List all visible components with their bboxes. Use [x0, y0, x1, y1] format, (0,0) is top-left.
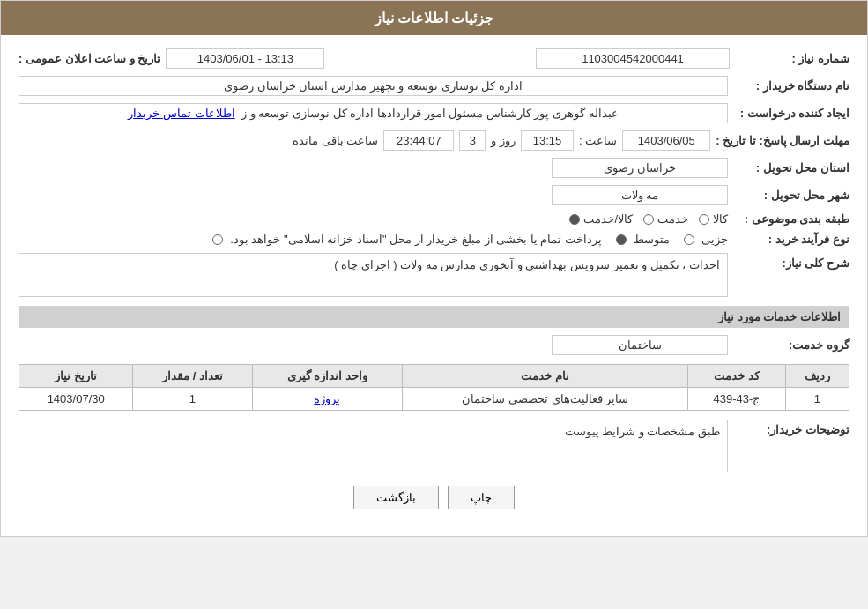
content-area: شماره نیاز : 1103004542000441 1403/06/01…: [1, 35, 867, 536]
col-name: نام خدمت: [403, 365, 688, 388]
announce-group: 1403/06/01 - 13:13 تاریخ و ساعت اعلان عم…: [19, 48, 324, 69]
col-index: ردیف: [785, 365, 849, 388]
category-option-khedmat: خدمت: [643, 212, 688, 226]
table-header-row: ردیف کد خدمت نام خدمت واحد اندازه گیری ت…: [19, 365, 849, 388]
notes-text: طبق مشخصات و شرایط پیوست: [565, 425, 720, 438]
purchase-type-medium: متوسط: [616, 233, 670, 246]
city-row: شهر محل تحویل : مه ولات: [19, 185, 849, 205]
purchase-type-partial: پرداخت تمام یا بخشی از مبلغ خریدار از مح…: [212, 233, 602, 246]
print-button[interactable]: چاپ: [448, 486, 515, 509]
service-group-value: ساختمان: [552, 335, 728, 355]
creator-link[interactable]: اطلاعات تماس خریدار: [128, 107, 234, 120]
description-label: شرح کلی نیاز:: [735, 253, 849, 270]
col-code: کد خدمت: [688, 365, 785, 388]
cell-code: ج-43-439: [688, 388, 785, 411]
purchase-type-minor: جزیی: [684, 233, 728, 246]
deadline-row: مهلت ارسال پاسخ: تا تاریخ : 1403/06/05 س…: [19, 130, 849, 151]
cell-index: 1: [785, 388, 849, 411]
notes-row: توضیحات خریدار: طبق مشخصات و شرایط پیوست: [19, 420, 849, 472]
purchase-type-partial-label: پرداخت تمام یا بخشی از مبلغ خریدار از مح…: [230, 233, 602, 246]
deadline-remaining: 23:44:07: [383, 130, 454, 151]
province-label: استان محل تحویل :: [735, 161, 849, 175]
col-unit: واحد اندازه گیری: [252, 365, 403, 388]
number-group: شماره نیاز : 1103004542000441: [536, 48, 849, 69]
radio-minor-icon[interactable]: [684, 234, 694, 245]
notes-label: توضیحات خریدار:: [735, 420, 849, 436]
city-value: مه ولات: [552, 185, 728, 205]
cell-unit-text[interactable]: پروژه: [314, 392, 340, 405]
deadline-days: 3: [459, 130, 486, 151]
top-row-number: شماره نیاز : 1103004542000441 1403/06/01…: [19, 48, 849, 69]
purchase-type-row: نوع فرآیند خرید : پرداخت تمام یا بخشی از…: [19, 233, 849, 246]
description-value: احداث ، تکمیل و تعمیر سرویس بهداشتی و آب…: [19, 253, 728, 297]
category-label-kala-khedmat: کالا/خدمت: [583, 212, 633, 226]
category-option-kala-khedmat: کالا/خدمت: [569, 212, 633, 226]
category-label-kala: کالا: [713, 212, 728, 226]
service-group-row: گروه خدمت: ساختمان: [19, 335, 849, 355]
radio-kala-khedmat-icon[interactable]: [569, 214, 580, 225]
deadline-day-label: روز و: [491, 134, 516, 147]
creator-value: عبداله گوهری پور کارشناس مسئول امور قرار…: [19, 103, 728, 123]
cell-name: سایر فعالیت‌های تخصصی ساختمان: [403, 388, 688, 411]
page-header: جزئیات اطلاعات نیاز: [1, 1, 867, 35]
deadline-time: 13:15: [521, 130, 574, 151]
category-label-khedmat: خدمت: [657, 212, 688, 226]
city-label: شهر محل تحویل :: [735, 189, 849, 202]
buyer-value: اداره کل نوسازی توسعه و تجهیز مدارس استا…: [19, 76, 728, 96]
col-quantity: تعداد / مقدار: [133, 365, 252, 388]
category-label: طبقه بندی موضوعی :: [735, 212, 849, 226]
services-section-title: اطلاعات خدمات مورد نیاز: [19, 306, 849, 328]
back-button[interactable]: بازگشت: [353, 486, 439, 509]
purchase-type-label: نوع فرآیند خرید :: [735, 233, 849, 246]
cell-quantity: 1: [133, 388, 252, 411]
col-date: تاریخ نیاز: [19, 365, 133, 388]
services-table-section: ردیف کد خدمت نام خدمت واحد اندازه گیری ت…: [19, 364, 849, 411]
province-row: استان محل تحویل : خراسان رضوی: [19, 158, 849, 178]
service-group-label: گروه خدمت:: [735, 338, 849, 352]
deadline-remaining-label: ساعت باقی مانده: [293, 134, 378, 147]
purchase-type-minor-label: جزیی: [701, 233, 728, 246]
category-option-kala: کالا: [699, 212, 728, 226]
announce-value: 1403/06/01 - 13:13: [166, 48, 324, 69]
purchase-type-medium-label: متوسط: [634, 233, 670, 246]
creator-text: عبداله گوهری پور کارشناس مسئول امور قرار…: [241, 107, 618, 120]
description-row: شرح کلی نیاز: احداث ، تکمیل و تعمیر سروی…: [19, 253, 849, 297]
deadline-time-label: ساعت :: [579, 134, 617, 147]
category-row: طبقه بندی موضوعی : کالا/خدمت خدمت کالا: [19, 212, 849, 226]
deadline-label: مهلت ارسال پاسخ: تا تاریخ :: [716, 134, 849, 147]
radio-medium-icon[interactable]: [616, 234, 627, 245]
table-header: ردیف کد خدمت نام خدمت واحد اندازه گیری ت…: [19, 365, 849, 388]
province-value: خراسان رضوی: [552, 158, 728, 178]
buyer-label: نام دستگاه خریدار :: [735, 79, 849, 93]
table-body: 1 ج-43-439 سایر فعالیت‌های تخصصی ساختمان…: [19, 388, 849, 411]
services-table: ردیف کد خدمت نام خدمت واحد اندازه گیری ت…: [19, 364, 849, 411]
page-wrapper: جزئیات اطلاعات نیاز شماره نیاز : 1103004…: [0, 0, 868, 537]
number-label: شماره نیاز :: [735, 52, 849, 65]
creator-row: ایجاد کننده درخواست : عبداله گوهری پور ک…: [19, 103, 849, 123]
buyer-row: نام دستگاه خریدار : اداره کل نوسازی توسع…: [19, 76, 849, 96]
deadline-date: 1403/06/05: [622, 130, 710, 151]
purchase-type-options: پرداخت تمام یا بخشی از مبلغ خریدار از مح…: [212, 233, 728, 246]
number-value: 1103004542000441: [536, 48, 730, 69]
notes-value: طبق مشخصات و شرایط پیوست: [19, 420, 728, 472]
radio-khedmat-icon[interactable]: [643, 214, 654, 225]
category-options: کالا/خدمت خدمت کالا: [569, 212, 728, 226]
creator-label: ایجاد کننده درخواست :: [735, 107, 849, 120]
cell-unit: پروژه: [252, 388, 403, 411]
radio-partial-icon[interactable]: [212, 234, 223, 245]
announce-label: تاریخ و ساعت اعلان عمومی :: [19, 52, 160, 65]
button-row: چاپ بازگشت: [19, 486, 849, 509]
radio-kala-icon[interactable]: [699, 214, 709, 225]
table-row: 1 ج-43-439 سایر فعالیت‌های تخصصی ساختمان…: [19, 388, 849, 411]
page-title: جزئیات اطلاعات نیاز: [375, 11, 494, 26]
cell-date: 1403/07/30: [19, 388, 133, 411]
